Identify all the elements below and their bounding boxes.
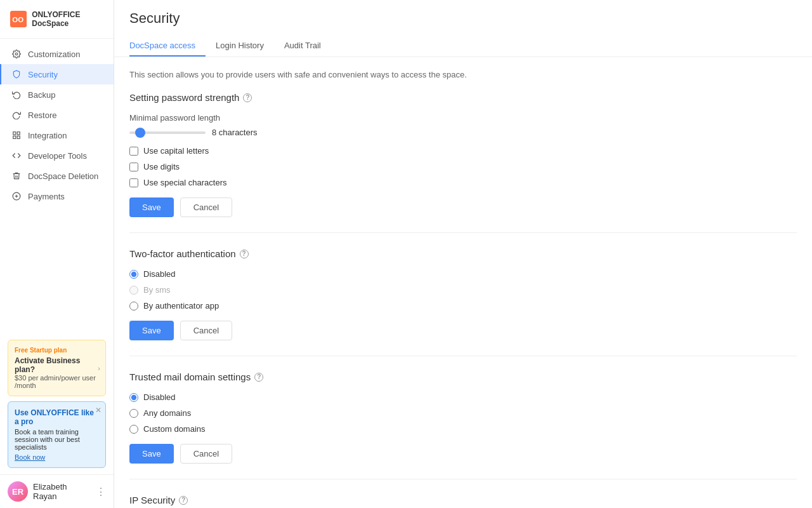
2fa-app-radio[interactable] bbox=[129, 302, 138, 311]
main-header: Security DocSpace access Login History A… bbox=[114, 0, 812, 57]
trusted-disabled-row: Disabled bbox=[129, 392, 797, 402]
gear-icon bbox=[11, 49, 22, 59]
two-factor-btn-row: Save Cancel bbox=[129, 321, 797, 340]
delete-icon bbox=[11, 171, 22, 181]
training-card: ✕ Use ONLYOFFICE like a pro Book a team … bbox=[8, 401, 106, 468]
sidebar-item-integration[interactable]: Integration bbox=[0, 125, 114, 145]
tab-audit-trail[interactable]: Audit Trail bbox=[274, 36, 331, 57]
2fa-app-row: By authenticator app bbox=[129, 301, 797, 311]
svg-rect-4 bbox=[17, 132, 20, 135]
user-more-button[interactable]: ⋮ bbox=[96, 486, 106, 498]
restore-icon bbox=[11, 110, 22, 120]
2fa-disabled-radio[interactable] bbox=[129, 270, 138, 279]
main-body: This section allows you to provide users… bbox=[114, 57, 812, 508]
password-info-icon[interactable]: ? bbox=[243, 93, 252, 102]
trusted-mail-disabled-radio[interactable] bbox=[129, 393, 138, 402]
plan-price: $30 per admin/power user /month bbox=[15, 374, 99, 389]
password-save-button[interactable]: Save bbox=[129, 197, 174, 217]
sidebar: OO ONLYOFFICE DocSpace Customization Sec… bbox=[0, 0, 114, 508]
password-section: Setting password strength ? Minimal pass… bbox=[129, 92, 797, 233]
sidebar-item-label: Security bbox=[28, 70, 58, 79]
capital-letters-label[interactable]: Use capital letters bbox=[143, 146, 209, 156]
sidebar-item-backup[interactable]: Backup bbox=[0, 84, 114, 105]
training-text: Book a team training session with our be… bbox=[15, 428, 99, 451]
logo: OO ONLYOFFICE DocSpace bbox=[0, 0, 114, 39]
sidebar-item-label: Integration bbox=[28, 131, 67, 140]
2fa-sms-row: By sms bbox=[129, 285, 797, 295]
password-section-title: Setting password strength ? bbox=[129, 92, 797, 103]
digits-row: Use digits bbox=[129, 162, 797, 171]
capital-letters-checkbox[interactable] bbox=[129, 147, 138, 156]
two-factor-cancel-button[interactable]: Cancel bbox=[180, 321, 232, 340]
developer-icon bbox=[11, 150, 22, 161]
svg-rect-3 bbox=[13, 132, 16, 135]
sidebar-item-payments[interactable]: Payments bbox=[0, 186, 114, 206]
sidebar-item-label: DocSpace Deletion bbox=[28, 171, 98, 181]
trusted-mail-any-radio[interactable] bbox=[129, 409, 138, 418]
logo-text: ONLYOFFICE DocSpace bbox=[32, 10, 103, 29]
sidebar-item-docspace-deletion[interactable]: DocSpace Deletion bbox=[0, 166, 114, 186]
svg-rect-6 bbox=[17, 136, 20, 138]
trusted-mail-custom-radio[interactable] bbox=[129, 425, 138, 434]
2fa-sms-radio[interactable] bbox=[129, 286, 138, 295]
2fa-app-label[interactable]: By authenticator app bbox=[143, 301, 219, 311]
chevron-right-icon: › bbox=[98, 364, 100, 372]
slider-value: 8 characters bbox=[212, 128, 258, 137]
two-factor-section-title: Two-factor authentication ? bbox=[129, 248, 797, 259]
2fa-sms-label[interactable]: By sms bbox=[143, 285, 171, 295]
payments-icon bbox=[11, 191, 22, 201]
capital-letters-row: Use capital letters bbox=[129, 146, 797, 156]
user-name: Elizabeth Rayan bbox=[33, 482, 91, 501]
svg-text:OO: OO bbox=[12, 16, 23, 23]
special-chars-label[interactable]: Use special characters bbox=[143, 178, 227, 187]
special-chars-checkbox[interactable] bbox=[129, 178, 138, 187]
close-training-button[interactable]: ✕ bbox=[95, 406, 102, 415]
two-factor-save-button[interactable]: Save bbox=[129, 321, 174, 340]
password-btn-row: Save Cancel bbox=[129, 197, 797, 217]
trusted-mail-section-title: Trusted mail domain settings ? bbox=[129, 371, 797, 382]
training-title: Use ONLYOFFICE like a pro bbox=[15, 408, 99, 426]
sidebar-item-label: Developer Tools bbox=[28, 151, 87, 161]
sidebar-item-label: Restore bbox=[28, 110, 57, 120]
trusted-mail-cancel-button[interactable]: Cancel bbox=[180, 444, 232, 464]
sidebar-bottom: Free Startup plan Activate Business plan… bbox=[0, 333, 114, 474]
trusted-mail-custom-label[interactable]: Custom domains bbox=[143, 424, 206, 434]
trusted-mail-any-label[interactable]: Any domains bbox=[143, 408, 191, 418]
digits-label[interactable]: Use digits bbox=[143, 162, 180, 171]
sidebar-item-restore[interactable]: Restore bbox=[0, 105, 114, 125]
sidebar-item-security[interactable]: Security bbox=[0, 64, 114, 84]
digits-checkbox[interactable] bbox=[129, 163, 138, 171]
password-length-slider[interactable] bbox=[129, 131, 206, 134]
two-factor-info-icon[interactable]: ? bbox=[240, 250, 249, 258]
sidebar-item-label: Payments bbox=[28, 192, 65, 201]
trusted-mail-btn-row: Save Cancel bbox=[129, 444, 797, 464]
sidebar-item-developer-tools[interactable]: Developer Tools bbox=[0, 145, 114, 166]
slider-container: 8 characters bbox=[129, 128, 797, 137]
upgrade-card[interactable]: Free Startup plan Activate Business plan… bbox=[8, 340, 106, 396]
integration-icon bbox=[11, 130, 22, 140]
svg-rect-5 bbox=[13, 136, 16, 138]
book-now-link[interactable]: Book now bbox=[15, 453, 45, 461]
tab-docspace-access[interactable]: DocSpace access bbox=[129, 36, 206, 57]
password-cancel-button[interactable]: Cancel bbox=[180, 197, 232, 217]
tab-login-history[interactable]: Login History bbox=[206, 36, 274, 57]
ip-security-info-icon[interactable]: ? bbox=[179, 496, 188, 505]
trusted-mail-save-button[interactable]: Save bbox=[129, 444, 174, 464]
trusted-any-row: Any domains bbox=[129, 408, 797, 418]
2fa-disabled-label[interactable]: Disabled bbox=[143, 269, 176, 279]
trusted-mail-disabled-label[interactable]: Disabled bbox=[143, 392, 176, 402]
shield-icon bbox=[11, 69, 22, 79]
logo-icon: OO bbox=[10, 9, 27, 29]
user-footer: ER Elizabeth Rayan ⋮ bbox=[0, 474, 114, 508]
two-factor-section: Two-factor authentication ? Disabled By … bbox=[129, 248, 797, 356]
ip-security-section: IP Security ? Disabled Enable Save Cance… bbox=[129, 495, 797, 508]
trusted-mail-info-icon[interactable]: ? bbox=[254, 373, 263, 382]
slider-label: Minimal password length bbox=[129, 113, 797, 123]
plan-title: Activate Business plan? bbox=[15, 356, 99, 374]
page-title: Security bbox=[129, 10, 797, 27]
sidebar-nav: Customization Security Backup Restore In… bbox=[0, 39, 114, 333]
sidebar-item-customization[interactable]: Customization bbox=[0, 44, 114, 64]
section-description: This section allows you to provide users… bbox=[129, 70, 797, 79]
trusted-custom-row: Custom domains bbox=[129, 424, 797, 434]
special-chars-row: Use special characters bbox=[129, 178, 797, 187]
